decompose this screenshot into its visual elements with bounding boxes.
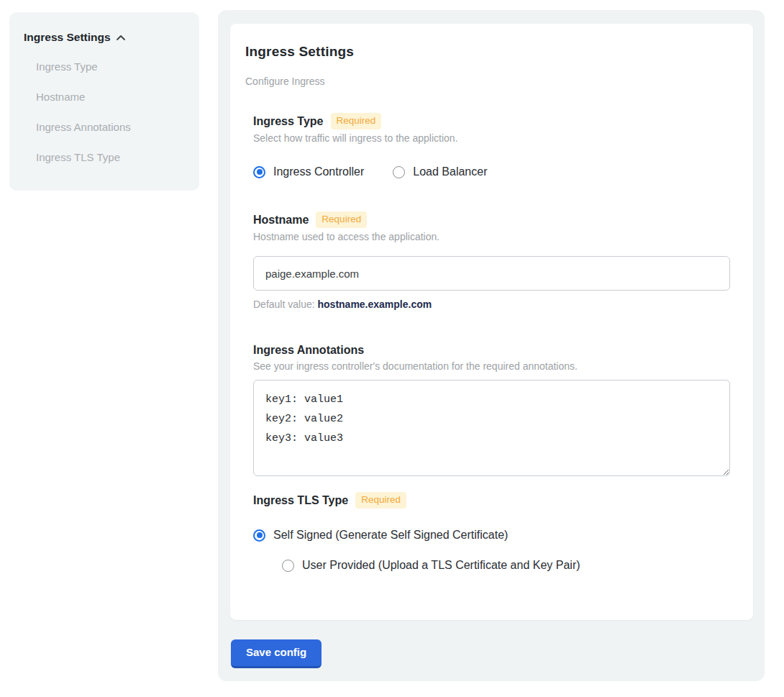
config-panel: Ingress Settings Configure Ingress Ingre… <box>218 10 765 681</box>
ingress-type-radio-group: Ingress Controller Load Balancer <box>253 165 730 179</box>
section-ingress-annotations: Ingress Annotations See your ingress con… <box>253 342 730 476</box>
sidebar-item-ingress-type[interactable]: Ingress Type <box>36 61 199 73</box>
ingress-type-label: Ingress Type <box>253 114 324 129</box>
ingress-annotations-description: See your ingress controller's documentat… <box>253 360 730 373</box>
radio-user-provided[interactable]: User Provided (Upload a TLS Certificate … <box>282 558 730 573</box>
ingress-settings-card: Ingress Settings Configure Ingress Ingre… <box>230 24 753 620</box>
radio-circle-icon <box>253 166 265 178</box>
radio-circle-icon <box>282 560 294 572</box>
page-title: Ingress Settings <box>245 44 753 60</box>
ingress-annotations-label: Ingress Annotations <box>253 342 364 357</box>
hostname-default-line: Default value: hostname.example.com <box>253 299 730 311</box>
section-ingress-tls-type: Ingress TLS Type Required Self Signed (G… <box>253 492 730 573</box>
hostname-input[interactable] <box>253 256 730 291</box>
default-value-text: hostname.example.com <box>318 299 432 310</box>
radio-ingress-controller[interactable]: Ingress Controller <box>253 165 364 179</box>
hostname-description: Hostname used to access the application. <box>253 231 730 243</box>
required-badge: Required <box>316 211 367 228</box>
section-hostname: Hostname Required Hostname used to acces… <box>253 211 730 311</box>
radio-self-signed[interactable]: Self Signed (Generate Self Signed Certif… <box>253 528 730 542</box>
radio-label: Load Balancer <box>413 165 487 179</box>
settings-sidebar: Ingress Settings Ingress Type Hostname I… <box>9 12 199 191</box>
radio-circle-icon <box>253 529 265 542</box>
ingress-tls-type-label: Ingress TLS Type <box>253 493 348 508</box>
radio-load-balancer[interactable]: Load Balancer <box>393 165 487 179</box>
radio-circle-icon <box>393 166 405 178</box>
sidebar-group-label: Ingress Settings <box>24 31 111 44</box>
chevron-up-icon <box>116 33 126 43</box>
sidebar-item-ingress-annotations[interactable]: Ingress Annotations <box>36 122 199 133</box>
required-badge: Required <box>331 113 382 129</box>
radio-label: User Provided (Upload a TLS Certificate … <box>302 558 580 573</box>
page-subtitle: Configure Ingress <box>245 76 753 88</box>
radio-label: Ingress Controller <box>273 165 364 179</box>
sidebar-group-ingress-settings[interactable]: Ingress Settings <box>9 12 199 44</box>
ingress-annotations-textarea[interactable]: key1: value1 key2: value2 key3: value3 <box>253 380 730 476</box>
config-screen: Ingress Settings Ingress Type Hostname I… <box>0 0 784 697</box>
required-badge: Required <box>355 492 406 509</box>
sidebar-item-ingress-tls-type[interactable]: Ingress TLS Type <box>36 152 199 163</box>
sidebar-item-hostname[interactable]: Hostname <box>36 91 199 103</box>
section-ingress-type: Ingress Type Required Select how traffic… <box>253 113 730 179</box>
sidebar-nav-list: Ingress Type Hostname Ingress Annotation… <box>9 61 199 163</box>
radio-label: Self Signed (Generate Self Signed Certif… <box>273 528 508 542</box>
default-value-prefix: Default value: <box>253 299 318 310</box>
save-config-button[interactable]: Save config <box>231 639 322 668</box>
hostname-label: Hostname <box>253 212 309 227</box>
ingress-type-description: Select how traffic will ingress to the a… <box>253 132 730 145</box>
